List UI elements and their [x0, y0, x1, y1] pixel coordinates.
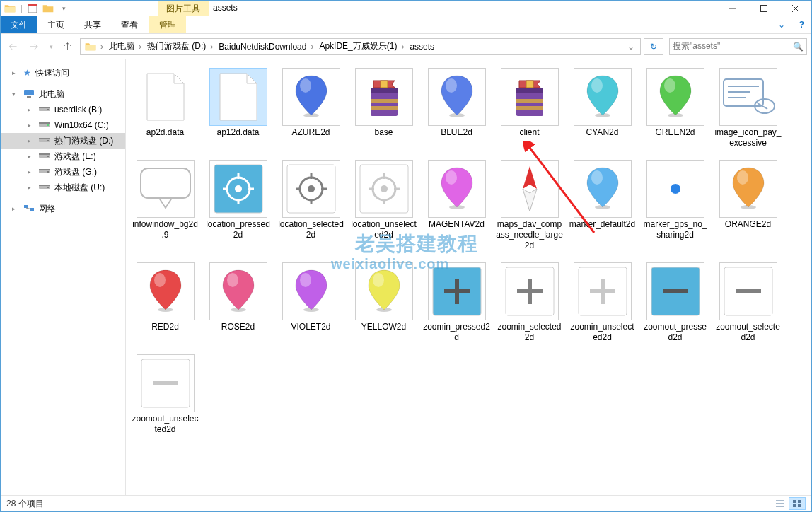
file-item[interactable]: zoomin_pressed2d	[422, 260, 492, 346]
properties-icon[interactable]	[25, 2, 40, 15]
file-label: ORANGE2d	[714, 219, 782, 230]
file-tab[interactable]: 文件	[1, 16, 37, 33]
navigation-tree[interactable]: ▸ ★ 快速访问 ▾ 此电脑 ▸ userdisk (B:)▸ Win10x64…	[1, 59, 126, 495]
chevron-right-icon[interactable]: ▸	[28, 122, 35, 129]
file-label: marker_gps_no_sharing2d	[642, 219, 709, 240]
tree-this-pc[interactable]: ▾ 此电脑	[1, 86, 125, 102]
file-item[interactable]: image_icon_pay_excessive	[713, 65, 783, 151]
drive-icon	[39, 120, 50, 130]
refresh-button[interactable]: ↻	[644, 38, 663, 55]
file-label: YELLOW2d	[350, 322, 417, 332]
drive-icon	[39, 182, 50, 192]
breadcrumb-dropdown-icon[interactable]: ⌄	[626, 42, 639, 52]
file-item[interactable]: marker_gps_no_sharing2d	[640, 157, 710, 254]
file-thumbnail	[355, 160, 413, 218]
breadcrumb-seg[interactable]: BaiduNetdiskDownload	[214, 39, 309, 54]
chevron-right-icon[interactable]: ›	[309, 42, 315, 52]
file-thumbnail	[137, 262, 195, 320]
file-item[interactable]: BLUE2d	[422, 65, 492, 151]
svg-rect-6	[24, 90, 34, 95]
file-item[interactable]: zoomout_unselected2d	[130, 351, 200, 438]
help-icon[interactable]: ?	[792, 16, 811, 33]
file-item[interactable]: ROSE2d	[203, 260, 273, 346]
breadcrumb[interactable]: › 此电脑 › 热门游戏盘 (D:) › BaiduNetdiskDownloa…	[80, 38, 641, 55]
file-thumbnail	[574, 262, 632, 320]
nav-recent-dropdown[interactable]: ▾	[46, 37, 56, 56]
ribbon-tab-manage[interactable]: 管理	[149, 16, 186, 33]
file-label: zoomin_unselected2d	[569, 322, 636, 343]
file-item[interactable]: CYAN2d	[567, 65, 637, 151]
file-item[interactable]: zoomin_selected2d	[494, 260, 564, 346]
chevron-right-icon[interactable]: ▸	[28, 106, 35, 113]
breadcrumb-seg[interactable]: ApkIDE_万威娱乐(1)	[315, 39, 400, 54]
file-item[interactable]: zoomin_unselected2d	[567, 260, 637, 346]
close-button[interactable]	[779, 1, 811, 16]
nav-forward-button[interactable]: 🡢	[25, 37, 43, 56]
file-item[interactable]: MAGENTAV2d	[422, 157, 492, 254]
ribbon-tab-home[interactable]: 主页	[37, 16, 74, 33]
chevron-right-icon[interactable]: ▸	[12, 69, 19, 76]
file-item[interactable]: zoomout_pressed2d	[640, 260, 710, 346]
file-item[interactable]: maps_dav_compass_needle_large2d	[494, 157, 564, 254]
chevron-right-icon[interactable]: ▸	[28, 137, 35, 144]
nav-back-button[interactable]: 🡠	[4, 37, 22, 56]
svg-rect-3	[760, 6, 767, 12]
file-item[interactable]: infowindow_bg2d.9	[130, 157, 200, 254]
tree-drive[interactable]: ▸ Win10x64 (C:)	[1, 117, 125, 133]
tree-drive[interactable]: ▸ 游戏盘 (E:)	[1, 149, 125, 164]
maximize-button[interactable]	[748, 1, 779, 16]
tree-quick-access[interactable]: ▸ ★ 快速访问	[1, 65, 125, 81]
tree-drive[interactable]: ▸ 热门游戏盘 (D:)	[1, 133, 125, 149]
file-label: zoomout_pressed2d	[642, 322, 709, 343]
file-view[interactable]: ap2d.dataap12d.dataAZURE2dbaseBLUE2dclie…	[126, 59, 811, 495]
tree-drive[interactable]: ▸ userdisk (B:)	[1, 102, 125, 117]
chevron-right-icon[interactable]: ▸	[28, 168, 35, 175]
file-item[interactable]: ap2d.data	[130, 65, 200, 151]
chevron-right-icon[interactable]: ▸	[28, 184, 35, 191]
file-item[interactable]: client	[494, 65, 564, 151]
minimize-button[interactable]	[716, 1, 748, 16]
svg-point-76	[446, 170, 457, 185]
svg-point-19	[47, 156, 49, 157]
icons-view-button[interactable]	[789, 497, 806, 510]
file-item[interactable]: AZURE2d	[276, 65, 346, 151]
file-item[interactable]: location_pressed2d	[203, 157, 273, 254]
file-label: location_unselected2d	[350, 219, 417, 240]
ribbon-expand-icon[interactable]: ⌄	[771, 16, 792, 33]
nav-up-button[interactable]: 🡡	[59, 37, 77, 56]
tree-drive[interactable]: ▸ 本地磁盘 (U:)	[1, 180, 125, 195]
ribbon-tab-share[interactable]: 共享	[74, 16, 111, 33]
file-item[interactable]: location_selected2d	[276, 157, 346, 254]
search-input[interactable]: 搜索"assets" 🔍	[669, 38, 807, 55]
breadcrumb-seg[interactable]: 热门游戏盘 (D:)	[143, 39, 209, 54]
svg-point-86	[227, 273, 238, 287]
chevron-right-icon[interactable]: ›	[99, 42, 105, 52]
tree-drive[interactable]: ▸ 游戏盘 (G:)	[1, 164, 125, 180]
ribbon-tab-view[interactable]: 查看	[111, 16, 148, 33]
details-view-button[interactable]	[772, 497, 789, 510]
file-item[interactable]: base	[349, 65, 419, 151]
file-item[interactable]: VIOLET2d	[276, 260, 346, 346]
file-item[interactable]: ORANGE2d	[713, 157, 783, 254]
qat-dropdown-icon[interactable]: ▾	[57, 2, 71, 15]
svg-point-63	[308, 185, 315, 192]
chevron-right-icon[interactable]: ▸	[12, 205, 19, 212]
breadcrumb-seg[interactable]: assets	[405, 39, 437, 54]
new-folder-icon[interactable]	[41, 2, 55, 15]
search-icon[interactable]: 🔍	[793, 42, 804, 52]
item-count: 28 个项目	[6, 498, 44, 510]
file-item[interactable]: YELLOW2d	[349, 260, 419, 346]
breadcrumb-seg[interactable]: 此电脑	[105, 39, 137, 54]
chevron-right-icon[interactable]: ›	[137, 42, 143, 52]
chevron-right-icon[interactable]: ▸	[28, 153, 35, 160]
file-item[interactable]: GREEN2d	[640, 65, 710, 151]
chevron-down-icon[interactable]: ▾	[12, 91, 19, 98]
file-item[interactable]: RED2d	[130, 260, 200, 346]
chevron-right-icon[interactable]: ›	[400, 42, 405, 52]
file-item[interactable]: zoomout_selected2d	[713, 260, 783, 346]
file-item[interactable]: marker_default2d	[567, 157, 637, 254]
chevron-right-icon[interactable]: ›	[209, 42, 214, 52]
file-item[interactable]: location_unselected2d	[349, 157, 419, 254]
tree-network[interactable]: ▸ 网络	[1, 201, 125, 216]
file-item[interactable]: ap12d.data	[203, 65, 273, 151]
